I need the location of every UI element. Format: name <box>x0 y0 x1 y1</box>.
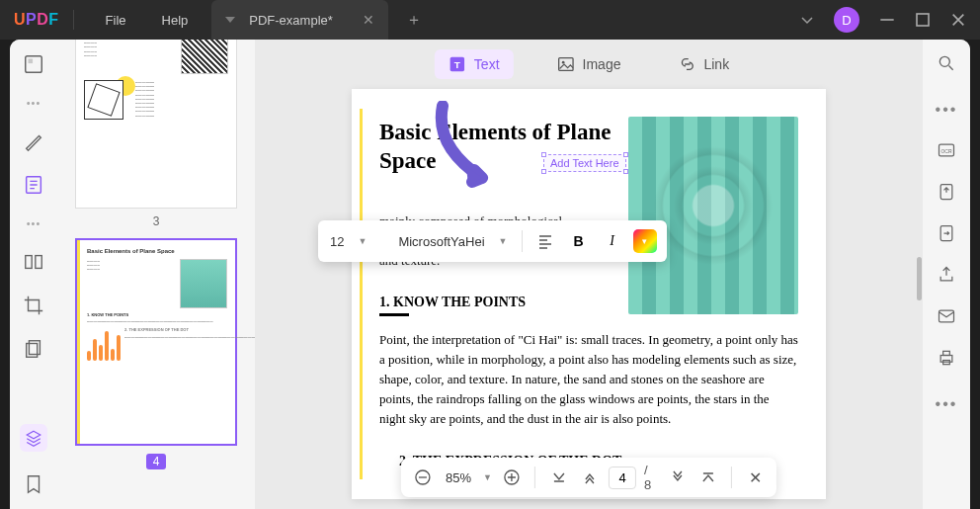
new-tab-button[interactable]: ＋ <box>406 10 422 31</box>
close-icon[interactable] <box>950 12 966 28</box>
font-family-select[interactable]: MicrosoftYaHei <box>396 230 486 253</box>
doc-section-1-body[interactable]: Point, the interpretation of "Ci Hai" is… <box>379 330 798 430</box>
text-mode-icon: T <box>449 55 466 73</box>
pages-icon[interactable] <box>23 338 44 360</box>
app-frame: ••• ••• ▪▪▪▪▪▪▪▪▪▪▪▪▪▪▪▪▪▪▪▪▪▪▪▪▪▪▪▪▪▪▪▪… <box>10 40 970 509</box>
svg-rect-2 <box>29 59 34 64</box>
svg-rect-10 <box>558 58 572 71</box>
svg-rect-20 <box>940 356 952 363</box>
page-number-input[interactable] <box>609 467 636 489</box>
layers-button[interactable] <box>20 424 47 452</box>
svg-text:OCR: OCR <box>940 148 952 154</box>
mode-link[interactable]: Link <box>664 49 743 79</box>
svg-point-14 <box>939 56 949 66</box>
chevron-down-icon[interactable] <box>800 13 814 27</box>
align-button[interactable] <box>532 228 558 254</box>
convert-icon[interactable] <box>937 223 956 243</box>
share-icon[interactable] <box>937 265 956 285</box>
svg-rect-5 <box>36 256 41 269</box>
thumbnail-label-4: 4 <box>146 454 167 469</box>
bookmark-icon[interactable] <box>23 473 44 495</box>
mode-text[interactable]: T Text <box>435 49 514 79</box>
thumbnails-icon[interactable] <box>23 53 44 75</box>
print-icon[interactable] <box>937 348 956 368</box>
thumbnail-label-3: 3 <box>75 214 237 228</box>
zoom-value[interactable]: 85% <box>442 470 475 485</box>
menu-help[interactable]: Help <box>144 13 206 28</box>
page-total: / 8 <box>644 463 658 492</box>
document-tab[interactable]: PDF-example* ✕ <box>211 0 388 40</box>
svg-rect-1 <box>26 56 42 73</box>
text-format-toolbar: 12 ▼ MicrosoftYaHei ▼ B I ▾ <box>318 220 667 262</box>
email-icon[interactable] <box>937 306 956 326</box>
document-viewport[interactable]: T Text Image Link Basic Elements of Plan… <box>255 40 923 509</box>
mode-image[interactable]: Image <box>543 49 635 79</box>
user-avatar[interactable]: D <box>834 7 859 33</box>
thumbnail-panel: ▪▪▪▪▪▪▪▪▪▪▪▪▪▪▪▪▪▪▪▪▪▪▪▪▪▪▪▪▪▪▪▪▪▪▪▪▪▪▪▪… <box>57 40 255 509</box>
edit-mode-bar: T Text Image Link <box>435 49 743 79</box>
bold-button[interactable]: B <box>566 228 592 254</box>
font-size-dropdown-icon[interactable]: ▼ <box>354 236 370 246</box>
thumbnail-page-3[interactable]: ▪▪▪▪▪▪▪▪▪▪▪▪▪▪▪▪▪▪▪▪▪▪▪▪▪▪▪▪▪▪▪▪▪▪▪▪▪▪▪▪… <box>75 40 237 209</box>
prev-page-button[interactable] <box>578 466 601 489</box>
collapse-dots-2[interactable]: ••• <box>27 217 41 229</box>
svg-rect-4 <box>26 256 32 269</box>
svg-rect-0 <box>917 14 929 26</box>
scrollbar-thumb[interactable] <box>917 257 922 300</box>
more-dots-right[interactable]: ••• <box>936 395 958 413</box>
collapse-dots[interactable]: ••• <box>27 97 41 109</box>
last-page-button[interactable] <box>696 466 719 489</box>
tab-close-icon[interactable]: ✕ <box>363 12 374 28</box>
zoom-dropdown-icon[interactable]: ▼ <box>483 472 492 482</box>
left-toolbar: ••• ••• <box>10 40 57 509</box>
tab-dropdown-icon[interactable] <box>225 15 235 25</box>
search-icon[interactable] <box>937 53 956 73</box>
right-toolbar: ••• OCR ••• <box>923 40 970 509</box>
svg-rect-19 <box>939 310 954 322</box>
app-logo: UPDF <box>14 11 59 29</box>
font-family-dropdown-icon[interactable]: ▼ <box>495 236 512 246</box>
edit-text-icon[interactable] <box>23 174 44 196</box>
title-bar: UPDF File Help PDF-example* ✕ ＋ D <box>0 0 980 40</box>
thumbnail-page-4[interactable]: Basic Elements of Plane Space ▪▪▪▪▪▪▪▪▪▪… <box>75 238 237 446</box>
menu-file[interactable]: File <box>88 13 144 28</box>
close-nav-button[interactable]: ✕ <box>744 466 767 489</box>
page-navigation-bar: 85% ▼ / 8 ✕ <box>401 458 776 497</box>
link-mode-icon <box>678 55 695 73</box>
next-page-button[interactable] <box>666 466 689 489</box>
svg-text:T: T <box>454 59 460 70</box>
svg-rect-21 <box>943 351 950 355</box>
first-page-button[interactable] <box>547 466 570 489</box>
image-mode-icon <box>557 55 575 73</box>
zoom-in-button[interactable] <box>500 466 523 489</box>
doc-image[interactable] <box>628 117 798 314</box>
tab-title: PDF-example* <box>249 13 333 28</box>
italic-button[interactable]: I <box>600 228 625 254</box>
font-size-select[interactable]: 12 <box>328 230 346 253</box>
document-page[interactable]: Basic Elements of Plane Space Add Text H… <box>352 89 826 499</box>
add-text-placeholder[interactable]: Add Text Here <box>543 154 626 172</box>
minimize-icon[interactable] <box>879 12 895 28</box>
ocr-icon[interactable]: OCR <box>937 140 956 160</box>
export-icon[interactable] <box>937 182 956 202</box>
svg-point-11 <box>561 61 564 64</box>
collapse-dots-right[interactable]: ••• <box>936 101 958 119</box>
highlighter-icon[interactable] <box>23 130 44 152</box>
maximize-icon[interactable] <box>915 12 931 28</box>
zoom-out-button[interactable] <box>411 466 434 489</box>
crop-icon[interactable] <box>23 295 44 316</box>
organize-icon[interactable] <box>23 251 44 273</box>
text-color-button[interactable]: ▾ <box>633 229 657 253</box>
